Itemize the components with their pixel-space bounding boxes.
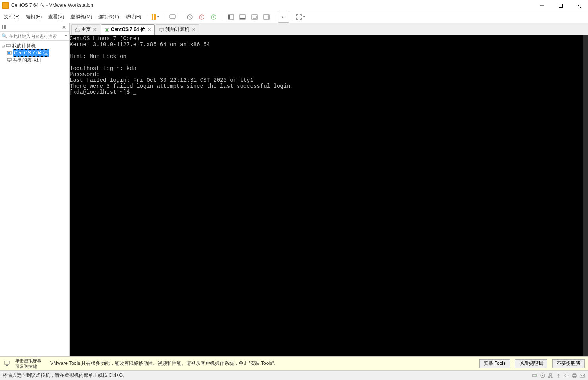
separator [292, 13, 292, 21]
maximize-button[interactable] [551, 0, 570, 11]
svg-rect-4 [170, 15, 175, 18]
tab-label: 我的计算机 [165, 26, 189, 33]
tree-shared-vms[interactable]: 共享的虚拟机 [1, 56, 68, 64]
svg-rect-40 [548, 376, 550, 378]
tree-label: CentOS 7 64 位 [13, 49, 49, 57]
console-line: Last failed login: Fri Oct 30 22:12:31 C… [70, 77, 253, 83]
minimize-button[interactable] [533, 0, 551, 11]
vm-console[interactable]: CentOS Linux 7 (Core) Kernel 3.10.0-1127… [70, 35, 588, 356]
svg-rect-20 [2, 25, 3, 29]
notify-hint-line1: 单击虚拟屏幕 [15, 358, 41, 363]
window-title: CentOS 7 64 位 - VMware Workstation [11, 2, 533, 9]
tree-mycomputer[interactable]: ⊟ 我的计算机 [1, 42, 68, 49]
tab-close-button[interactable]: ✕ [192, 27, 195, 32]
svg-rect-32 [161, 31, 162, 32]
svg-rect-41 [551, 376, 553, 378]
status-message: 将输入定向到该虚拟机，请在虚拟机内部单击或按 Ctrl+G。 [2, 372, 127, 379]
library-panel: ✕ 🔍 ▼ ⊟ 我的计算机 CentOS 7 64 位 [0, 23, 70, 356]
shared-icon [6, 58, 12, 62]
tab-label: CentOS 7 64 位 [111, 26, 145, 33]
vm-icon [105, 27, 109, 32]
separator [147, 13, 147, 21]
tree-vm-centos[interactable]: CentOS 7 64 位 [1, 49, 68, 56]
menu-vm[interactable]: 虚拟机(M) [67, 12, 95, 22]
cd-icon[interactable] [539, 372, 546, 379]
tree-label: 我的计算机 [12, 43, 36, 49]
console-line: Password: [70, 71, 100, 78]
library-search-input[interactable] [9, 34, 64, 39]
menu-view[interactable]: 查看(V) [45, 12, 67, 22]
status-icons [532, 372, 586, 379]
hdd-icon[interactable] [532, 372, 538, 379]
svg-rect-1 [559, 4, 563, 7]
tree-label: 共享的虚拟机 [13, 57, 41, 64]
close-button[interactable] [570, 0, 588, 11]
notification-bar: 单击虚拟屏幕 可发送按键 VMware Tools 具有很多功能，能改善鼠标移动… [0, 356, 588, 370]
separator [164, 13, 164, 21]
menu-help[interactable]: 帮助(H) [122, 12, 145, 22]
console-line: Kernel 3.10.0-1127.el7.x86_64 on an x86_… [70, 41, 210, 48]
show-sidebar-button[interactable] [225, 12, 236, 23]
show-console-button[interactable] [237, 12, 248, 23]
snapshot-take-button[interactable] [184, 12, 195, 23]
library-close-button[interactable]: ✕ [60, 25, 68, 30]
menu-edit[interactable]: 编辑(E) [23, 12, 45, 22]
fullscreen-button[interactable]: ▼ [295, 12, 306, 23]
printer-icon[interactable] [571, 372, 578, 379]
send-ctrl-alt-del-button[interactable] [167, 12, 178, 23]
notify-message: VMware Tools 具有很多功能，能改善鼠标移动性、视频和性能。请登录客户… [50, 360, 475, 367]
content-area: 主页 ✕ CentOS 7 64 位 ✕ 我的计算机 ✕ CentOS Linu… [70, 23, 588, 356]
library-icon [2, 25, 7, 30]
view-multimonitor-button[interactable] [261, 12, 272, 23]
svg-rect-11 [228, 15, 230, 19]
snapshot-revert-button[interactable] [196, 12, 207, 23]
svg-rect-23 [6, 44, 10, 47]
svg-rect-34 [6, 365, 8, 366]
quick-switch-button[interactable]: >_ [278, 12, 289, 23]
search-dropdown-button[interactable]: ▼ [64, 34, 68, 38]
console-prompt: [kda@localhost ~]$ _ [70, 89, 136, 95]
separator [275, 13, 275, 21]
menu-tabs[interactable]: 选项卡(T) [95, 12, 122, 22]
svg-rect-21 [4, 25, 5, 29]
svg-rect-14 [252, 15, 257, 19]
app-icon [2, 2, 9, 9]
remind-later-button[interactable]: 以后提醒我 [515, 359, 547, 368]
notify-hint-line2: 可发送按键 [15, 364, 41, 369]
console-scrollbar[interactable] [583, 35, 588, 356]
tab-centos[interactable]: CentOS 7 64 位 ✕ [101, 24, 155, 35]
svg-rect-26 [8, 52, 10, 54]
svg-point-36 [536, 375, 537, 376]
svg-rect-16 [264, 15, 269, 19]
sound-icon[interactable] [563, 372, 570, 379]
never-remind-button[interactable]: 不要提醒我 [552, 359, 585, 368]
network-icon[interactable] [547, 372, 554, 379]
tab-mycomputer[interactable]: 我的计算机 ✕ [156, 24, 199, 35]
svg-rect-47 [580, 374, 585, 377]
menu-file[interactable]: 文件(F) [1, 12, 23, 22]
tab-home[interactable]: 主页 ✕ [71, 24, 100, 35]
menubar: 文件(F) 编辑(E) 查看(V) 虚拟机(M) 选项卡(T) 帮助(H) ▼ … [0, 11, 588, 23]
install-tools-button[interactable]: 安装 Tools [479, 359, 510, 368]
separator [181, 13, 181, 21]
search-icon: 🔍 [2, 33, 7, 39]
main-row: ✕ 🔍 ▼ ⊟ 我的计算机 CentOS 7 64 位 [0, 23, 588, 356]
library-tree: ⊟ 我的计算机 CentOS 7 64 位 共享的虚拟机 [0, 41, 69, 65]
home-icon [75, 27, 80, 32]
power-pause-button[interactable]: ▼ [150, 12, 161, 23]
usb-icon[interactable] [555, 372, 562, 379]
svg-point-28 [9, 61, 10, 62]
tab-close-button[interactable]: ✕ [93, 27, 97, 32]
library-searchbox: 🔍 ▼ [0, 32, 69, 41]
svg-rect-5 [171, 19, 174, 19]
tab-close-button[interactable]: ✕ [148, 27, 151, 32]
svg-text:>_: >_ [282, 15, 286, 19]
message-icon[interactable] [579, 372, 586, 379]
svg-rect-24 [8, 47, 9, 47]
console-line: localhost login: kda [70, 65, 136, 72]
snapshot-manager-button[interactable] [208, 12, 219, 23]
collapse-icon[interactable]: ⊟ [1, 44, 6, 48]
svg-rect-13 [240, 18, 245, 19]
svg-rect-27 [7, 58, 11, 61]
view-unity-button[interactable] [249, 12, 260, 23]
